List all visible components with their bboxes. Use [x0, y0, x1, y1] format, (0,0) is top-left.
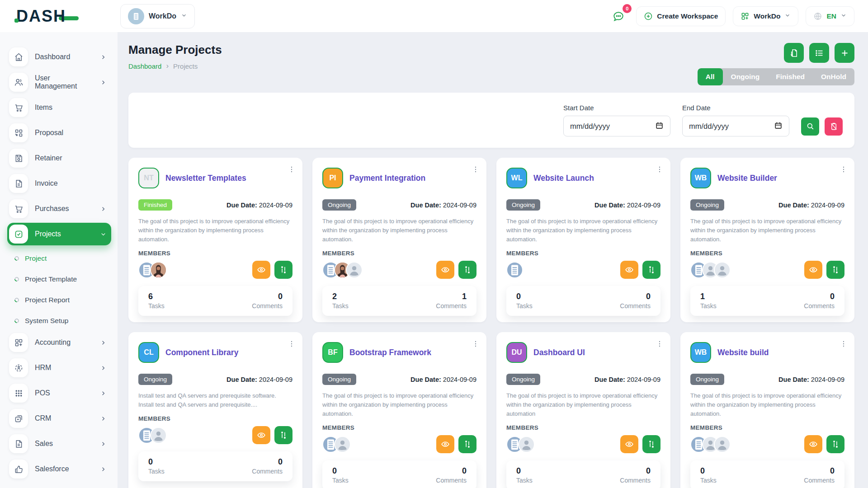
sidebar-item-invoice[interactable]: Invoice — [7, 172, 111, 195]
language-selector[interactable]: EN — [806, 6, 854, 26]
view-project-button[interactable] — [252, 261, 270, 279]
view-project-button[interactable] — [252, 426, 270, 444]
sidebar-item-salesforce[interactable]: Salesforce — [7, 458, 111, 480]
members-label: MEMBERS — [322, 424, 476, 431]
sidebar-item-proposal[interactable]: Proposal — [7, 122, 111, 144]
project-title-link[interactable]: Dashboard UI — [533, 348, 585, 357]
due-date-value: 2024-09-09 — [443, 202, 476, 209]
tasks-label: Tasks — [332, 302, 349, 310]
workspace-building-icon — [128, 8, 144, 24]
comments-count: 0 — [620, 292, 651, 301]
tasks-board-button[interactable] — [826, 261, 844, 279]
card-stats: 0 Tasks 0 Comments — [322, 460, 476, 488]
users-icon — [9, 73, 28, 92]
view-project-button[interactable] — [620, 261, 638, 279]
tasks-board-button[interactable] — [826, 435, 844, 453]
sidebar-item-projects[interactable]: Projects — [7, 223, 111, 245]
kebab-menu-icon[interactable] — [472, 340, 479, 347]
due-date-label: Due Date: — [410, 202, 441, 209]
search-button[interactable] — [801, 117, 819, 136]
tasks-board-button[interactable] — [274, 426, 292, 444]
project-title-link[interactable]: Website build — [717, 348, 769, 357]
sidebar-item-hrm[interactable]: HRM — [7, 357, 111, 379]
view-project-button[interactable] — [804, 261, 822, 279]
kebab-menu-icon[interactable] — [656, 340, 663, 347]
tab-finished[interactable]: Finished — [768, 68, 813, 85]
sidebar-item-user-management[interactable]: User Management — [7, 71, 111, 94]
kebab-menu-icon[interactable] — [656, 166, 663, 173]
sidebar-item-retainer[interactable]: Retainer — [7, 147, 111, 169]
tasks-board-button[interactable] — [458, 261, 476, 279]
sidebar-item-purchases[interactable]: Purchases — [7, 197, 111, 220]
tab-ongoing[interactable]: Ongoing — [723, 68, 768, 85]
view-project-button[interactable] — [620, 435, 638, 453]
view-project-button[interactable] — [804, 435, 822, 453]
sidebar-subitem-project-report[interactable]: Project Report — [7, 290, 111, 310]
project-card: WL Website Launch Ongoing Due Date: 2024… — [496, 158, 670, 322]
list-view-button[interactable] — [809, 43, 829, 63]
project-card: WB Website Builder Ongoing Due Date: 202… — [680, 158, 854, 322]
tasks-board-button[interactable] — [458, 435, 476, 453]
comments-count: 0 — [436, 466, 467, 476]
due-date: Due Date: 2024-09-09 — [226, 202, 292, 209]
calendar-icon[interactable] — [655, 121, 664, 131]
tasks-count: 1 — [700, 292, 717, 301]
sidebar-item-accounting[interactable]: Accounting — [7, 331, 111, 354]
due-date-value: 2024-09-09 — [811, 376, 844, 383]
sidebar-subitem-project[interactable]: Project — [7, 248, 111, 269]
project-title-link[interactable]: Payment Integration — [349, 174, 425, 183]
view-project-button[interactable] — [436, 435, 454, 453]
workspace-selector[interactable]: WorkDo — [120, 4, 195, 28]
tasks-board-button[interactable] — [642, 261, 660, 279]
project-title-link[interactable]: Component Library — [165, 348, 238, 357]
calendar-icon[interactable] — [774, 121, 783, 131]
project-title-link[interactable]: Bootstrap Framework — [349, 348, 431, 357]
tasks-board-button[interactable] — [274, 261, 292, 279]
messages-count-badge: 0 — [623, 4, 632, 13]
bullet-icon — [14, 297, 20, 303]
tab-onhold[interactable]: OnHold — [813, 68, 854, 85]
end-date-input[interactable]: mm/dd/yyyy — [682, 116, 789, 136]
sidebar-item-items[interactable]: Items — [7, 96, 111, 119]
messages-button[interactable]: 0 — [608, 6, 629, 27]
workdo-menu-button[interactable]: WorkDo — [733, 6, 798, 26]
project-initials: DU — [506, 342, 527, 363]
kebab-menu-icon[interactable] — [288, 166, 295, 173]
kanban-icon — [279, 265, 288, 274]
project-title-link[interactable]: Website Launch — [533, 174, 594, 183]
chevron-down-icon — [840, 12, 847, 20]
due-date-label: Due Date: — [226, 376, 257, 383]
chevron-down-icon — [784, 12, 791, 20]
status-badge: Ongoing — [506, 199, 540, 211]
dots-grid-icon — [9, 384, 28, 403]
tab-all[interactable]: All — [698, 68, 723, 85]
view-project-button[interactable] — [436, 261, 454, 279]
eye-icon — [441, 265, 450, 274]
sidebar-item-dashboard[interactable]: Dashboard — [7, 46, 111, 68]
kebab-menu-icon[interactable] — [840, 166, 847, 173]
card-stats: 0 Tasks 0 Comments — [138, 451, 292, 481]
sidebar-item-sales[interactable]: Sales — [7, 432, 111, 455]
project-title-link[interactable]: Website Builder — [717, 174, 777, 183]
start-date-input[interactable]: mm/dd/yyyy — [563, 116, 670, 136]
breadcrumb-dashboard-link[interactable]: Dashboard — [128, 62, 161, 70]
kebab-menu-icon[interactable] — [472, 166, 479, 173]
tasks-board-button[interactable] — [642, 435, 660, 453]
reset-filter-button[interactable] — [825, 117, 843, 136]
document-icon — [9, 174, 28, 193]
export-template-button[interactable] — [784, 43, 804, 63]
add-project-button[interactable] — [835, 43, 854, 63]
filter-panel: Start Date mm/dd/yyyy End Date mm/dd/yyy… — [128, 93, 854, 148]
sidebar-subitem-system-setup[interactable]: System Setup — [7, 310, 111, 331]
kebab-menu-icon[interactable] — [840, 340, 847, 347]
status-badge: Ongoing — [690, 199, 724, 211]
sidebar-item-pos[interactable]: POS — [7, 382, 111, 404]
due-date: Due Date: 2024-09-09 — [778, 376, 844, 383]
create-workspace-button[interactable]: Create Workspace — [636, 6, 726, 26]
sidebar-item-crm[interactable]: CRM — [7, 407, 111, 430]
members-stack — [322, 436, 346, 453]
project-title-link[interactable]: Newsletter Templates — [165, 174, 246, 183]
main-content: Manage Projects Dashboard › Projects — [118, 32, 868, 488]
sidebar-subitem-project-template[interactable]: Project Template — [7, 269, 111, 290]
kebab-menu-icon[interactable] — [288, 340, 295, 347]
